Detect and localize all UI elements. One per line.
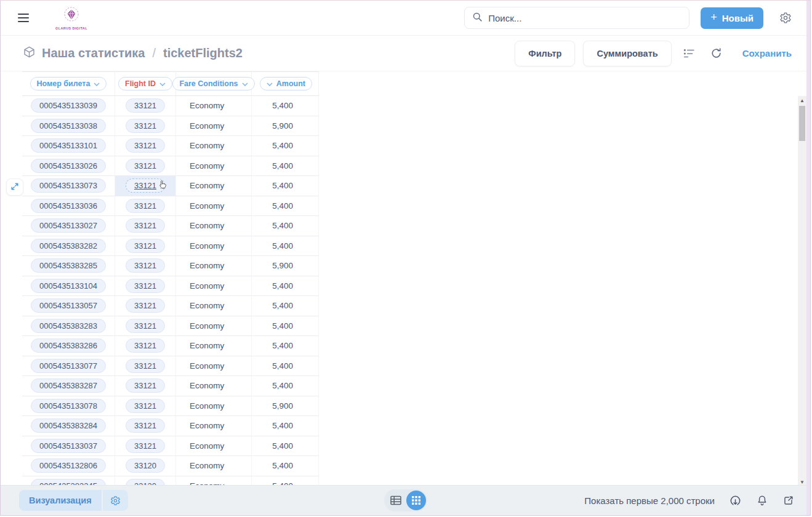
search-input[interactable] — [488, 13, 681, 23]
cell-flight-id[interactable]: 33121 — [115, 376, 176, 396]
flight-value-pill[interactable]: 33120 — [126, 459, 165, 473]
cell-ticket-no[interactable]: 0005435133101 — [22, 136, 115, 156]
cell-fare-conditions[interactable]: Economy — [176, 416, 252, 436]
cell-fare-conditions[interactable]: Economy — [176, 436, 252, 456]
ticket-value-pill[interactable]: 0005435133104 — [31, 279, 106, 293]
ticket-value-pill[interactable]: 0005435383283 — [31, 319, 106, 333]
ticket-value-pill[interactable]: 0005435133073 — [31, 178, 106, 193]
cell-fare-conditions[interactable]: Economy — [176, 256, 252, 276]
cell-ticket-no[interactable]: 0005435383287 — [22, 376, 115, 396]
ticket-value-pill[interactable]: 0005435133101 — [31, 138, 106, 153]
open-external-icon[interactable] — [782, 495, 794, 507]
cell-flight-id[interactable]: 33121 — [115, 116, 176, 136]
cell-amount[interactable]: 5,400 — [252, 436, 319, 456]
cell-ticket-no[interactable]: 0005435133026 — [22, 156, 115, 176]
column-header-amount[interactable]: Amount — [252, 71, 319, 95]
view-mode-toggle[interactable] — [384, 489, 427, 511]
cell-amount[interactable]: 5,400 — [252, 156, 319, 176]
column-header-ticket-no[interactable]: Номер билета — [22, 71, 115, 95]
notebook-icon[interactable] — [680, 44, 699, 63]
flight-value-pill[interactable]: 33121 — [126, 199, 165, 213]
flight-value-pill[interactable]: 33121 — [126, 379, 165, 393]
cell-fare-conditions[interactable]: Economy — [176, 456, 252, 476]
cell-ticket-no[interactable]: 0005435133037 — [22, 436, 115, 456]
cell-amount[interactable]: 5,400 — [252, 96, 319, 116]
cell-amount[interactable]: 5,400 — [252, 136, 319, 156]
flight-value-pill[interactable]: 33121 — [126, 218, 165, 233]
flight-value-pill[interactable]: 33121 — [126, 419, 165, 433]
cell-ticket-no[interactable]: 0005435133036 — [22, 196, 115, 216]
cell-fare-conditions[interactable]: Economy — [176, 236, 252, 256]
new-button[interactable]: + Новый — [701, 7, 763, 29]
cell-flight-id[interactable]: 33121 — [115, 176, 176, 196]
cell-amount[interactable]: 5,900 — [252, 396, 319, 416]
cell-ticket-no[interactable]: 0005435133057 — [22, 296, 115, 316]
cell-amount[interactable]: 5,400 — [252, 336, 319, 356]
ticket-value-pill[interactable]: 0005435133038 — [31, 119, 106, 133]
cell-amount[interactable]: 5,900 — [252, 256, 319, 276]
column-header-fare-conditions[interactable]: Fare Conditions — [176, 71, 252, 95]
cell-fare-conditions[interactable]: Economy — [176, 116, 252, 136]
cell-fare-conditions[interactable]: Economy — [176, 356, 252, 376]
ticket-value-pill[interactable]: 0005435383285 — [31, 258, 106, 273]
ticket-value-pill[interactable]: 0005435133036 — [31, 199, 106, 213]
cell-flight-id[interactable]: 33121 — [115, 416, 176, 436]
ticket-value-pill[interactable]: 0005435133077 — [31, 359, 106, 373]
cell-amount[interactable]: 5,400 — [252, 196, 319, 216]
flight-value-pill[interactable]: 33121 — [126, 119, 165, 133]
cell-flight-id[interactable]: 33121 — [115, 236, 176, 256]
cell-fare-conditions[interactable]: Economy — [176, 276, 252, 296]
ticket-value-pill[interactable]: 0005435383286 — [31, 339, 106, 353]
cell-amount[interactable]: 5,400 — [252, 276, 319, 296]
visualization-settings-gear-icon[interactable] — [103, 490, 128, 511]
cell-flight-id[interactable]: 33121 — [115, 196, 176, 216]
cell-ticket-no[interactable]: 0005435383283 — [22, 316, 115, 336]
cell-ticket-no[interactable]: 0005435383286 — [22, 336, 115, 356]
table-view-icon[interactable] — [390, 495, 401, 505]
cell-flight-id[interactable]: 33121 — [115, 136, 176, 156]
cell-fare-conditions[interactable]: Economy — [176, 216, 252, 236]
cell-ticket-no[interactable]: 0005435383285 — [22, 256, 115, 276]
cell-ticket-no[interactable]: 0005435383284 — [22, 416, 115, 436]
cell-ticket-no[interactable]: 0005435133077 — [22, 356, 115, 376]
app-logo[interactable]: GLARUS DIGITAL — [52, 6, 90, 30]
scrollbar-thumb[interactable] — [799, 106, 805, 141]
ticket-value-pill[interactable]: 0005435133057 — [31, 299, 106, 313]
cell-amount[interactable]: 5,400 — [252, 176, 319, 196]
ticket-value-pill[interactable]: 0005435383284 — [31, 419, 106, 433]
cell-ticket-no[interactable]: 0005435133038 — [22, 116, 115, 136]
visualization-button[interactable]: Визуализация — [19, 490, 128, 511]
expand-row-button[interactable] — [6, 178, 23, 196]
flight-value-pill[interactable]: 33121 — [126, 239, 165, 253]
cell-ticket-no[interactable]: 0005435133078 — [22, 396, 115, 416]
cell-fare-conditions[interactable]: Economy — [176, 376, 252, 396]
cell-flight-id[interactable]: 33121 — [115, 396, 176, 416]
cell-amount[interactable]: 5,400 — [252, 376, 319, 396]
cell-ticket-no[interactable]: 0005435383282 — [22, 236, 115, 256]
summarize-button[interactable]: Суммировать — [583, 41, 671, 66]
cell-amount[interactable]: 5,400 — [252, 296, 319, 316]
ticket-value-pill[interactable]: 0005435383282 — [31, 239, 106, 253]
filter-button[interactable]: Фильтр — [515, 41, 575, 66]
notifications-bell-icon[interactable] — [756, 494, 768, 507]
cell-fare-conditions[interactable]: Economy — [176, 156, 252, 176]
breadcrumb-collection[interactable]: Наша статистика — [42, 46, 145, 60]
cell-amount[interactable]: 5,400 — [252, 316, 319, 336]
cell-flight-id[interactable]: 33120 — [115, 456, 176, 476]
cell-flight-id[interactable]: 33121 — [115, 336, 176, 356]
flight-value-pill[interactable]: 33121 — [126, 399, 165, 413]
ticket-value-pill[interactable]: 0005435133039 — [31, 98, 106, 113]
flight-value-pill[interactable]: 33121 — [126, 138, 165, 153]
cell-ticket-no[interactable]: 0005435132806 — [22, 456, 115, 476]
visualization-label[interactable]: Визуализация — [19, 490, 102, 511]
cell-flight-id[interactable]: 33121 — [115, 96, 176, 116]
cell-flight-id[interactable]: 33121 — [115, 276, 176, 296]
cell-fare-conditions[interactable]: Economy — [176, 136, 252, 156]
cell-amount[interactable]: 5,400 — [252, 416, 319, 436]
cell-fare-conditions[interactable]: Economy — [176, 296, 252, 316]
cell-ticket-no[interactable]: 0005435133104 — [22, 276, 115, 296]
cell-fare-conditions[interactable]: Economy — [176, 96, 252, 116]
cell-flight-id[interactable]: 33121 — [115, 356, 176, 376]
flight-value-pill[interactable]: 33121 — [126, 279, 165, 293]
cell-fare-conditions[interactable]: Economy — [176, 396, 252, 416]
